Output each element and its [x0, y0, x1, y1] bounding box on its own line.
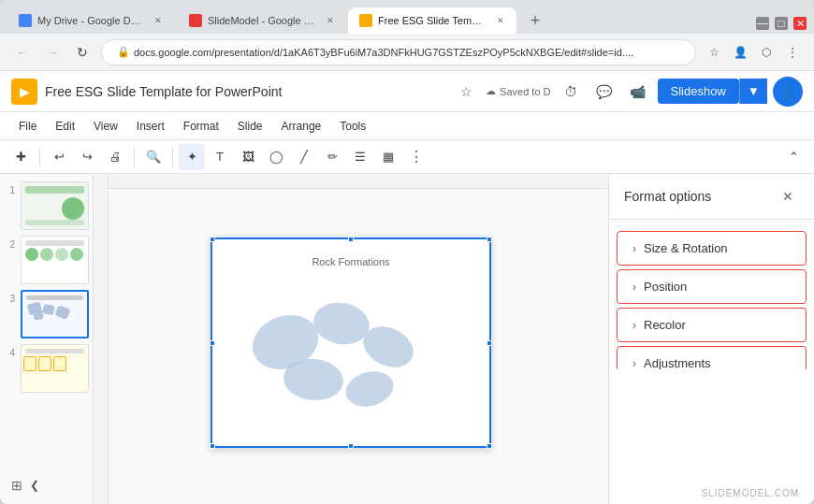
close-button[interactable]: ✕	[793, 17, 807, 30]
menu-tools[interactable]: Tools	[332, 116, 373, 137]
menu-format[interactable]: Format	[176, 116, 226, 137]
menu-insert[interactable]: Insert	[129, 116, 172, 137]
url-bar[interactable]: 🔒 docs.google.com/presentation/d/1aKA6T3…	[101, 39, 696, 65]
handle-mid-right[interactable]	[487, 340, 492, 346]
format-option-adjustments[interactable]: › Adjustments	[617, 346, 807, 369]
profile-icon[interactable]: 👤	[730, 42, 750, 63]
toolbar-divider-3	[172, 148, 173, 166]
line-tool[interactable]: ╱	[291, 144, 317, 170]
toolbar-divider-1	[39, 148, 40, 166]
more-tools[interactable]: ⋮	[403, 144, 429, 170]
add-tool[interactable]: ✚	[7, 144, 34, 170]
slide-4-thumb[interactable]: 4	[4, 344, 89, 393]
bookmark-icon[interactable]: ☆	[704, 42, 724, 63]
slide-canvas[interactable]: Rock Formations	[211, 238, 491, 448]
chevron-recolor-icon: ›	[632, 319, 636, 332]
table-tool[interactable]: ▦	[375, 144, 401, 170]
svg-point-4	[342, 367, 398, 411]
tab-bar: My Drive - Google Drive ✕ SlideModel - G…	[0, 0, 814, 34]
vertical-ruler	[94, 174, 109, 504]
slide-3-preview	[21, 290, 89, 338]
text-tool[interactable]: T	[207, 144, 233, 170]
slide-1-num: 1	[4, 185, 15, 195]
tab-gdrive[interactable]: My Drive - Google Drive ✕	[7, 7, 176, 34]
window-controls: — □ ✕	[756, 17, 807, 34]
handle-bot-mid[interactable]	[348, 443, 354, 449]
slide-2-preview	[21, 236, 89, 284]
slideshow-dropdown[interactable]: ▼	[739, 79, 767, 104]
chevron-position-icon: ›	[632, 281, 636, 294]
canvas-area[interactable]: Rock Formations	[94, 174, 608, 504]
collapse-panel-button[interactable]: ❮	[30, 479, 39, 492]
address-bar: ← → ↻ 🔒 docs.google.com/presentation/d/1…	[0, 34, 814, 71]
format-option-size-rotation[interactable]: › Size & Rotation	[617, 231, 807, 266]
tab-gdrive-label: My Drive - Google Drive	[37, 15, 143, 26]
browser-menu-icon[interactable]: ⋮	[782, 42, 803, 63]
comments-icon[interactable]: 💬	[590, 78, 618, 106]
redo-button[interactable]: ↪	[74, 144, 100, 170]
star-icon[interactable]: ☆	[452, 78, 480, 106]
pen-tool[interactable]: ✏	[319, 144, 345, 170]
extensions-icon[interactable]: ⬡	[756, 42, 777, 63]
slideshow-button[interactable]: Slideshow	[658, 79, 739, 104]
watermark-text: SLIDEMODEL.COM	[701, 488, 799, 498]
menu-arrange[interactable]: Arrange	[274, 116, 329, 137]
slide-2-num: 2	[4, 239, 15, 250]
new-tab-button[interactable]: +	[522, 7, 548, 34]
slide-1-thumb[interactable]: 1	[4, 181, 89, 230]
menu-slide[interactable]: Slide	[230, 116, 270, 137]
tab-gdrawings-close[interactable]: ✕	[325, 14, 335, 27]
undo-button[interactable]: ↩	[46, 144, 72, 170]
app-title: Free ESG Slide Template for PowerPoint	[45, 84, 444, 99]
maximize-button[interactable]: □	[775, 17, 788, 30]
slide-2-thumb[interactable]: 2	[4, 236, 89, 284]
print-button[interactable]: 🖨	[102, 144, 128, 170]
saved-text: Saved to D	[500, 86, 550, 97]
tab-gdrawings[interactable]: SlideModel - Google Drawings ✕	[178, 7, 346, 34]
minimize-button[interactable]: —	[756, 17, 769, 30]
menu-view[interactable]: View	[86, 116, 125, 137]
slideshow-label: Slideshow	[671, 84, 726, 98]
tab-gdrawings-label: SlideModel - Google Drawings	[208, 15, 315, 26]
forward-button[interactable]: →	[41, 41, 64, 64]
format-close-button[interactable]: ✕	[777, 185, 799, 208]
handle-bot-left[interactable]	[210, 443, 215, 449]
handle-mid-left[interactable]	[210, 340, 215, 346]
format-option-recolor[interactable]: › Recolor	[617, 308, 807, 342]
recolor-label: Recolor	[644, 318, 791, 332]
toolbar-divider-2	[134, 148, 135, 166]
handle-top-left[interactable]	[210, 237, 215, 242]
menu-edit[interactable]: Edit	[48, 116, 82, 137]
menu-file[interactable]: File	[11, 116, 44, 137]
back-button[interactable]: ←	[11, 41, 34, 64]
video-icon[interactable]: 📹	[624, 78, 652, 106]
chevron-adjustments-icon: ›	[632, 357, 636, 370]
handle-top-mid[interactable]	[348, 237, 354, 242]
collapse-toolbar[interactable]: ⌃	[780, 144, 807, 170]
size-rotation-label: Size & Rotation	[644, 241, 791, 255]
tab-gslides-close[interactable]: ✕	[497, 14, 505, 27]
tab-gslides[interactable]: Free ESG Slide Template for Pow... ✕	[348, 7, 516, 34]
format-option-position[interactable]: › Position	[617, 269, 807, 304]
handle-top-right[interactable]	[487, 237, 492, 242]
tab-gdrive-close[interactable]: ✕	[153, 14, 165, 27]
lock-icon: 🔒	[117, 46, 130, 58]
reload-button[interactable]: ↻	[71, 41, 94, 64]
toolbar: ✚ ↩ ↪ 🖨 🔍 ✦ T 🖼 ◯ ╱ ✏ ☰ ▦ ⋮ ⌃	[0, 140, 814, 174]
app-icon: ▶	[11, 79, 37, 105]
slide-4-num: 4	[4, 348, 15, 358]
image-tool[interactable]: 🖼	[235, 144, 261, 170]
slide-panel-bottom: ⊞ ❮	[4, 474, 89, 497]
history-icon[interactable]: ⏱	[557, 78, 585, 106]
slide-4-preview	[21, 344, 89, 393]
slide-3-thumb[interactable]: 3	[4, 290, 89, 338]
shape-tool[interactable]: ◯	[263, 144, 289, 170]
format-panel-spacer: ❮	[609, 369, 814, 504]
select-tool[interactable]: ✦	[179, 144, 205, 170]
list-tool[interactable]: ☰	[347, 144, 373, 170]
grid-view-button[interactable]: ⊞	[11, 478, 22, 493]
zoom-tool[interactable]: 🔍	[140, 144, 167, 170]
gdrive-favicon	[19, 14, 32, 27]
handle-bot-right[interactable]	[487, 443, 492, 449]
user-avatar[interactable]: 👤	[773, 77, 803, 107]
